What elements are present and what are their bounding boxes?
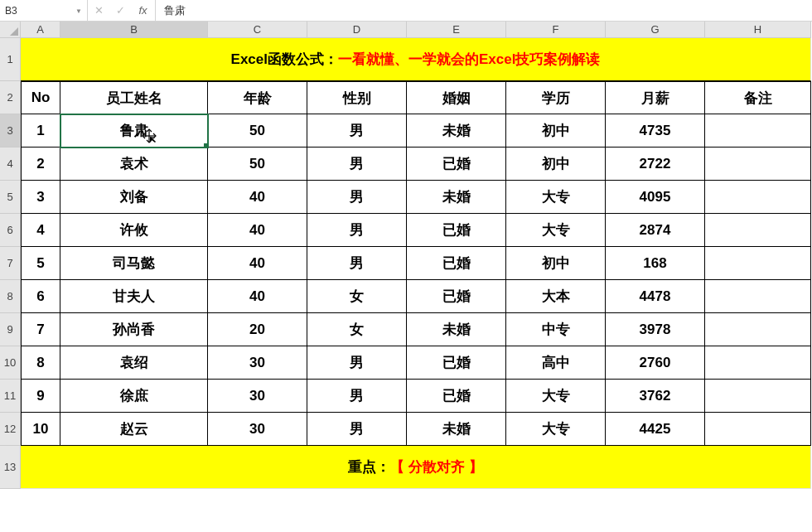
cell-remark-r6[interactable] xyxy=(705,214,811,247)
cell-remark-r4[interactable] xyxy=(705,148,811,181)
col-header-C[interactable]: C xyxy=(208,22,307,38)
cell-remark-r11[interactable] xyxy=(705,380,811,413)
cell-no-r3[interactable]: 1 xyxy=(21,114,60,148)
cell-salary-r4[interactable]: 2722 xyxy=(606,148,705,181)
cell-education-r4[interactable]: 初中 xyxy=(506,148,606,181)
col-header-E[interactable]: E xyxy=(407,22,506,38)
cell-no-r11[interactable]: 9 xyxy=(21,380,60,413)
cell-marriage-r3[interactable]: 未婚 xyxy=(407,114,506,148)
cell-name-r6[interactable]: 许攸 xyxy=(60,214,208,247)
cell-marriage-r11[interactable]: 已婚 xyxy=(407,380,506,413)
cell-gender-r10[interactable]: 男 xyxy=(307,346,407,380)
cell-name-r8[interactable]: 甘夫人 xyxy=(60,280,208,313)
cell-age-r6[interactable]: 40 xyxy=(208,214,307,247)
cell-education-r11[interactable]: 大专 xyxy=(506,380,606,413)
row-header-9[interactable]: 9 xyxy=(0,313,21,346)
cell-gender-r3[interactable]: 男 xyxy=(307,114,407,148)
cell-remark-r12[interactable] xyxy=(705,413,811,446)
cell-education-r6[interactable]: 大专 xyxy=(506,214,606,247)
col-header-A[interactable]: A xyxy=(21,22,60,38)
cell-gender-r12[interactable]: 男 xyxy=(307,413,407,446)
cell-remark-r5[interactable] xyxy=(705,181,811,214)
cell-education-r3[interactable]: 初中 xyxy=(506,114,606,148)
cell-salary-r11[interactable]: 3762 xyxy=(606,380,705,413)
formula-input[interactable] xyxy=(156,0,812,21)
name-box-dropdown-icon[interactable]: ▼ xyxy=(75,7,82,14)
col-header-G[interactable]: G xyxy=(606,22,705,38)
row-header-2[interactable]: 2 xyxy=(0,81,21,114)
cell-gender-r8[interactable]: 女 xyxy=(307,280,407,313)
cell-gender-r6[interactable]: 男 xyxy=(307,214,407,247)
row-header-8[interactable]: 8 xyxy=(0,280,21,313)
cell-marriage-r8[interactable]: 已婚 xyxy=(407,280,506,313)
cell-gender-r5[interactable]: 男 xyxy=(307,181,407,214)
col-header-D[interactable]: D xyxy=(307,22,407,38)
header-name[interactable]: 员工姓名 xyxy=(60,81,208,114)
cell-education-r7[interactable]: 初中 xyxy=(506,247,606,280)
cell-salary-r5[interactable]: 4095 xyxy=(606,181,705,214)
cell-name-r11[interactable]: 徐庶 xyxy=(60,380,208,413)
cell-remark-r7[interactable] xyxy=(705,247,811,280)
footer-cell[interactable]: 重点： 【 分散对齐 】 xyxy=(21,446,811,489)
name-box[interactable]: B3 ▼ xyxy=(0,0,88,21)
confirm-icon[interactable]: ✓ xyxy=(109,4,131,17)
cell-no-r7[interactable]: 5 xyxy=(21,247,60,280)
cell-salary-r6[interactable]: 2874 xyxy=(606,214,705,247)
cell-name-r7[interactable]: 司马懿 xyxy=(60,247,208,280)
header-gender[interactable]: 性别 xyxy=(307,81,407,114)
cell-gender-r9[interactable]: 女 xyxy=(307,313,407,346)
cell-marriage-r12[interactable]: 未婚 xyxy=(407,413,506,446)
cell-no-r8[interactable]: 6 xyxy=(21,280,60,313)
header-marriage[interactable]: 婚姻 xyxy=(407,81,506,114)
fx-button[interactable]: fx xyxy=(131,0,156,21)
cell-no-r9[interactable]: 7 xyxy=(21,313,60,346)
row-header-4[interactable]: 4 xyxy=(0,148,21,181)
cell-name-r12[interactable]: 赵云 xyxy=(60,413,208,446)
cell-marriage-r9[interactable]: 未婚 xyxy=(407,313,506,346)
cell-name-r10[interactable]: 袁绍 xyxy=(60,346,208,380)
title-cell[interactable]: Excel函数公式： 一看就懂、一学就会的Excel技巧案例解读 xyxy=(21,38,811,81)
cell-name-r5[interactable]: 刘备 xyxy=(60,181,208,214)
header-salary[interactable]: 月薪 xyxy=(606,81,705,114)
cell-salary-r7[interactable]: 168 xyxy=(606,247,705,280)
cell-name-r9[interactable]: 孙尚香 xyxy=(60,313,208,346)
cell-education-r9[interactable]: 中专 xyxy=(506,313,606,346)
cell-age-r4[interactable]: 50 xyxy=(208,148,307,181)
cell-remark-r8[interactable] xyxy=(705,280,811,313)
cell-remark-r3[interactable] xyxy=(705,114,811,148)
row-header-5[interactable]: 5 xyxy=(0,181,21,214)
cell-gender-r7[interactable]: 男 xyxy=(307,247,407,280)
cell-age-r8[interactable]: 40 xyxy=(208,280,307,313)
cell-marriage-r7[interactable]: 已婚 xyxy=(407,247,506,280)
cell-name-r3[interactable]: 鲁肃 xyxy=(60,114,208,148)
cell-gender-r4[interactable]: 男 xyxy=(307,148,407,181)
cell-age-r12[interactable]: 30 xyxy=(208,413,307,446)
col-header-B[interactable]: B xyxy=(60,22,208,38)
cell-salary-r9[interactable]: 3978 xyxy=(606,313,705,346)
row-header-3[interactable]: 3 xyxy=(0,114,21,148)
row-header-6[interactable]: 6 xyxy=(0,214,21,247)
cell-age-r7[interactable]: 40 xyxy=(208,247,307,280)
col-header-F[interactable]: F xyxy=(506,22,606,38)
row-header-12[interactable]: 12 xyxy=(0,413,21,446)
cell-age-r10[interactable]: 30 xyxy=(208,346,307,380)
cell-age-r3[interactable]: 50 xyxy=(208,114,307,148)
cell-no-r5[interactable]: 3 xyxy=(21,181,60,214)
cell-no-r4[interactable]: 2 xyxy=(21,148,60,181)
header-no[interactable]: No xyxy=(21,81,60,114)
row-header-11[interactable]: 11 xyxy=(0,380,21,413)
cell-gender-r11[interactable]: 男 xyxy=(307,380,407,413)
row-header-10[interactable]: 10 xyxy=(0,346,21,380)
cell-age-r9[interactable]: 20 xyxy=(208,313,307,346)
header-education[interactable]: 学历 xyxy=(506,81,606,114)
cell-education-r10[interactable]: 高中 xyxy=(506,346,606,380)
cell-marriage-r6[interactable]: 已婚 xyxy=(407,214,506,247)
cell-salary-r10[interactable]: 2760 xyxy=(606,346,705,380)
cell-marriage-r5[interactable]: 未婚 xyxy=(407,181,506,214)
cell-education-r12[interactable]: 大专 xyxy=(506,413,606,446)
cell-education-r8[interactable]: 大本 xyxy=(506,280,606,313)
cell-salary-r12[interactable]: 4425 xyxy=(606,413,705,446)
cell-age-r11[interactable]: 30 xyxy=(208,380,307,413)
header-remark[interactable]: 备注 xyxy=(705,81,811,114)
cell-marriage-r10[interactable]: 已婚 xyxy=(407,346,506,380)
